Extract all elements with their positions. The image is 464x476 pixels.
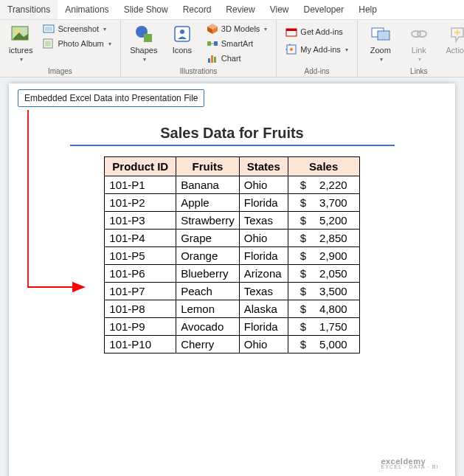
chevron-down-icon: ▾ — [418, 56, 421, 63]
chevron-down-icon: ▾ — [264, 26, 267, 32]
slide[interactable]: Embedded Excel Data into Presentation Fi… — [9, 83, 455, 476]
cell-fruit: Banana — [176, 176, 240, 194]
table-row[interactable]: 101-P4GrapeOhio$2,850 — [105, 230, 359, 247]
tab-help[interactable]: Help — [351, 0, 384, 19]
cell-fruit: Lemon — [176, 300, 240, 318]
svg-rect-20 — [378, 31, 389, 40]
cell-fruit: Blueberry — [176, 265, 240, 283]
chart-button[interactable]: Chart — [204, 52, 271, 65]
data-table[interactable]: Product ID Fruits States Sales 101-P1Ban… — [104, 156, 359, 353]
cell-state: Florida — [239, 318, 288, 336]
ribbon: ictures▾ Screenshot▾ Photo Album▾ Images… — [0, 20, 464, 77]
cell-state: Ohio — [239, 230, 288, 247]
cell-sales: $3,700 — [288, 194, 359, 212]
col-states: States — [239, 157, 288, 176]
svg-rect-11 — [214, 41, 218, 46]
get-addins-button[interactable]: Get Add-ins — [283, 25, 350, 38]
chevron-down-icon: ▾ — [108, 41, 111, 47]
smartart-icon — [207, 38, 218, 49]
cell-id: 101-P7 — [105, 283, 176, 300]
cell-fruit: Cherry — [176, 336, 240, 353]
tab-record[interactable]: Record — [176, 0, 219, 19]
table-row[interactable]: 101-P7PeachTexas$3,500 — [105, 283, 359, 300]
table-header-row: Product ID Fruits States Sales — [105, 157, 359, 176]
tab-review[interactable]: Review — [218, 0, 262, 19]
action-icon — [447, 24, 464, 44]
cell-id: 101-P4 — [105, 230, 176, 247]
action-button[interactable]: Action — [440, 22, 464, 56]
table-row[interactable]: 101-P10CherryOhio$5,000 — [105, 336, 359, 353]
pictures-button[interactable]: ictures▾ — [6, 22, 35, 64]
3dmodels-button[interactable]: 3D Models▾ — [204, 22, 271, 35]
cell-sales: $4,800 — [288, 300, 359, 318]
table-row[interactable]: 101-P6BlueberryArizona$2,050 — [105, 265, 359, 283]
cell-sales: $2,850 — [288, 230, 359, 247]
table-row[interactable]: 101-P2AppleFlorida$3,700 — [105, 194, 359, 212]
group-label-illustrations: Illustrations — [127, 66, 271, 76]
cell-fruit: Orange — [176, 247, 240, 265]
cell-state: Florida — [239, 194, 288, 212]
smartart-button[interactable]: SmartArt — [204, 37, 271, 50]
cell-sales: $2,050 — [288, 265, 359, 283]
cell-id: 101-P9 — [105, 318, 176, 336]
table-row[interactable]: 101-P8LemonAlaska$4,800 — [105, 300, 359, 318]
callout-box[interactable]: Embedded Excel Data into Presentation Fi… — [18, 89, 204, 107]
addins-icon — [285, 44, 297, 55]
svg-rect-7 — [144, 34, 152, 42]
cell-sales: $2,900 — [288, 247, 359, 265]
col-sales: Sales — [288, 157, 359, 176]
tab-view[interactable]: View — [263, 0, 297, 19]
group-label-images: Images — [6, 66, 114, 76]
cell-sales: $2,220 — [288, 176, 359, 194]
cell-state: Arizona — [239, 265, 288, 283]
cell-sales: $5,200 — [288, 212, 359, 230]
cell-state: Ohio — [239, 176, 288, 194]
table-row[interactable]: 101-P1BananaOhio$2,220 — [105, 176, 359, 194]
group-links: Zoom▾ Link▾ Action Links — [358, 20, 464, 77]
cell-id: 101-P6 — [105, 265, 176, 283]
group-addins: Get Add-ins My Add-ins▾ Add-ins — [277, 20, 357, 77]
cell-fruit: Peach — [176, 283, 240, 300]
svg-rect-3 — [45, 27, 52, 31]
cell-state: Florida — [239, 247, 288, 265]
cell-fruit: Grape — [176, 230, 240, 247]
cube-icon — [207, 23, 218, 35]
tab-developer[interactable]: Developer — [297, 0, 352, 19]
zoom-button[interactable]: Zoom▾ — [364, 22, 398, 64]
pictures-icon — [10, 24, 31, 44]
chevron-down-icon: ▾ — [380, 56, 383, 63]
watermark: exceldemy EXCEL · DATA · BI — [381, 457, 439, 469]
svg-rect-5 — [45, 41, 51, 46]
link-icon — [409, 24, 429, 44]
svg-point-18 — [290, 48, 293, 51]
cell-sales: $5,000 — [288, 336, 359, 353]
table-row[interactable]: 101-P5OrangeFlorida$2,900 — [105, 247, 359, 265]
chevron-down-icon: ▾ — [143, 56, 146, 63]
tab-transitions[interactable]: Transitions — [0, 0, 58, 19]
icons-button[interactable]: Icons — [165, 22, 199, 56]
cell-state: Texas — [239, 212, 288, 230]
photoalbum-button[interactable]: Photo Album▾ — [40, 37, 114, 50]
screenshot-icon — [43, 23, 55, 35]
link-button[interactable]: Link▾ — [402, 22, 436, 64]
cell-state: Texas — [239, 283, 288, 300]
tab-animations[interactable]: Animations — [58, 0, 116, 19]
svg-rect-16 — [286, 29, 297, 31]
svg-rect-10 — [207, 41, 211, 46]
cell-fruit: Avocado — [176, 318, 240, 336]
my-addins-button[interactable]: My Add-ins▾ — [283, 43, 350, 56]
table-row[interactable]: 101-P9AvocadoFlorida$1,750 — [105, 318, 359, 336]
tab-slideshow[interactable]: Slide Show — [117, 0, 176, 19]
cell-state: Ohio — [239, 336, 288, 353]
shapes-icon — [134, 24, 154, 44]
ribbon-tabs: Transitions Animations Slide Show Record… — [0, 0, 464, 20]
chevron-down-icon: ▾ — [103, 26, 106, 32]
table-row[interactable]: 101-P3StrawberryTexas$5,200 — [105, 212, 359, 230]
cell-id: 101-P5 — [105, 247, 176, 265]
icons-icon — [172, 24, 193, 44]
screenshot-button[interactable]: Screenshot▾ — [40, 22, 114, 35]
cell-id: 101-P2 — [105, 194, 176, 212]
group-label-links: Links — [364, 66, 464, 76]
shapes-button[interactable]: Shapes▾ — [127, 22, 161, 64]
group-label-addins: Add-ins — [283, 66, 350, 76]
